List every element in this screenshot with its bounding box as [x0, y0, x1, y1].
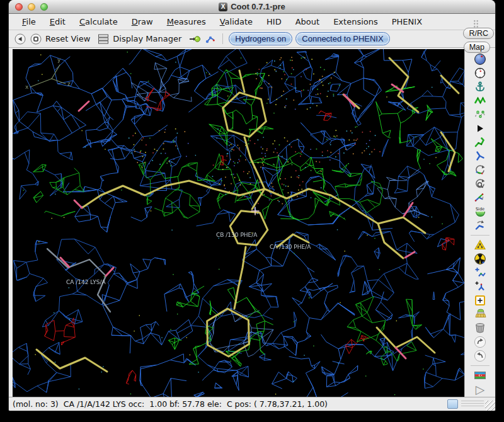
- status-grip-lines: [461, 401, 484, 408]
- map-button[interactable]: Map: [464, 42, 490, 53]
- green-half-disc: [476, 212, 485, 217]
- toolbar-drag-handle[interactable]: [473, 20, 479, 28]
- side-chain-180-icon[interactable]: Side: [474, 205, 486, 218]
- window-title: X Coot 0.7.1-pre: [219, 2, 285, 11]
- menu-calculate[interactable]: Calculate: [72, 15, 125, 28]
- menu-about[interactable]: About: [289, 15, 326, 28]
- rotamers-icon[interactable]: [474, 150, 486, 163]
- go-to-ball-icon: [188, 33, 201, 45]
- delete-item-icon[interactable]: [474, 322, 486, 334]
- 3d-viewport[interactable]: CB /130 PHE/A CA /130 PHE/A CA /142 LYS/…: [13, 49, 464, 397]
- menu-edit[interactable]: Edit: [43, 15, 72, 28]
- traffic-lights: [15, 3, 48, 11]
- menu-measures[interactable]: Measures: [160, 15, 213, 28]
- coot-window: X Coot 0.7.1-pre File Edit Calculate Dra…: [9, 0, 495, 411]
- menu-validate[interactable]: Validate: [213, 15, 260, 28]
- window-title-text: Coot 0.7.1-pre: [231, 2, 285, 11]
- atom-label: CA /142 LYS/A: [66, 279, 106, 285]
- add-alt-conf-icon[interactable]: [474, 280, 486, 293]
- main-content: CB /130 PHE/A CA /130 PHE/A CA /142 LYS/…: [9, 48, 495, 397]
- resize-grip[interactable]: [485, 401, 495, 411]
- status-bar: (mol. no: 3) CA /1/A/142 LYS occ: 1.00 b…: [9, 397, 495, 411]
- status-slider[interactable]: [447, 399, 458, 409]
- edit-chi-angles-icon[interactable]: [474, 164, 486, 176]
- reset-view-button[interactable]: [30, 33, 42, 45]
- close-button[interactable]: [15, 3, 23, 11]
- menu-hid[interactable]: HID: [260, 15, 289, 28]
- real-space-refine-icon[interactable]: [474, 94, 486, 107]
- tool-bar: Reset View Display Manager H: [9, 30, 495, 48]
- display-manager-button[interactable]: [97, 33, 110, 45]
- mutate-autofit-icon[interactable]: [474, 253, 486, 265]
- place-atom-icon[interactable]: [474, 294, 486, 307]
- flag-icon[interactable]: [474, 369, 486, 382]
- menu-file[interactable]: File: [15, 15, 43, 28]
- redo-icon[interactable]: [474, 350, 486, 362]
- title-bar[interactable]: X Coot 0.7.1-pre: [9, 0, 495, 14]
- menu-phenix[interactable]: PHENIX: [385, 15, 429, 28]
- sidebar-separator: [471, 365, 490, 366]
- go-to-atom-button[interactable]: [188, 33, 201, 45]
- undo-view-button[interactable]: [14, 33, 26, 45]
- rrc-button[interactable]: R/RC: [463, 28, 494, 39]
- modelling-toolbar: Side: [464, 49, 495, 397]
- expand-toolbar-button[interactable]: ▷: [476, 383, 485, 396]
- flip-peptide-icon[interactable]: [474, 191, 486, 204]
- display-manager-icon: [97, 33, 110, 45]
- back-circle-icon: [14, 33, 26, 45]
- atom-label: CB /130 PHE/A: [216, 232, 257, 238]
- simple-mutate-icon[interactable]: [474, 239, 486, 251]
- 3d-view-canvas[interactable]: [13, 49, 464, 397]
- undo-icon[interactable]: [474, 336, 486, 348]
- jed-flip-icon[interactable]: [474, 219, 486, 232]
- add-terminal-residue-icon[interactable]: [474, 266, 486, 279]
- status-text: (mol. no: 3) CA /1/A/142 LYS occ: 1.00 b…: [9, 399, 447, 409]
- side-chain-label: Side: [476, 207, 484, 212]
- atom-info-button[interactable]: [204, 33, 217, 45]
- play-pointer-icon[interactable]: [474, 122, 486, 135]
- regularize-icon[interactable]: [474, 108, 486, 121]
- phenix-connection-button[interactable]: Connected to PHENIX: [295, 32, 389, 45]
- clear-pending-icon[interactable]: [474, 308, 486, 321]
- target-circle-icon: [30, 33, 42, 45]
- zoom-button[interactable]: [40, 3, 48, 11]
- anchor-icon[interactable]: [474, 81, 486, 93]
- toolbar-separator: [222, 33, 223, 44]
- atom-label: CA /130 PHE/A: [270, 244, 311, 250]
- hydrogens-toggle-button[interactable]: Hydrogens on: [229, 32, 292, 45]
- menu-draw[interactable]: Draw: [125, 15, 160, 28]
- globe-sphere-icon[interactable]: [474, 53, 486, 66]
- recenter-clock-icon[interactable]: [474, 67, 486, 79]
- sidebar-separator: [471, 235, 490, 236]
- reset-view-label[interactable]: Reset View: [45, 34, 90, 43]
- menu-extensions[interactable]: Extensions: [326, 15, 385, 28]
- minimize-button[interactable]: [28, 3, 35, 11]
- x11-icon: X: [219, 3, 227, 11]
- torsion-general-icon[interactable]: [474, 178, 486, 190]
- auto-fit-rotamer-icon[interactable]: [474, 136, 486, 149]
- molecule-icon: [204, 33, 217, 45]
- menu-bar: File Edit Calculate Draw Measures Valida…: [9, 14, 495, 30]
- display-manager-label[interactable]: Display Manager: [113, 34, 181, 43]
